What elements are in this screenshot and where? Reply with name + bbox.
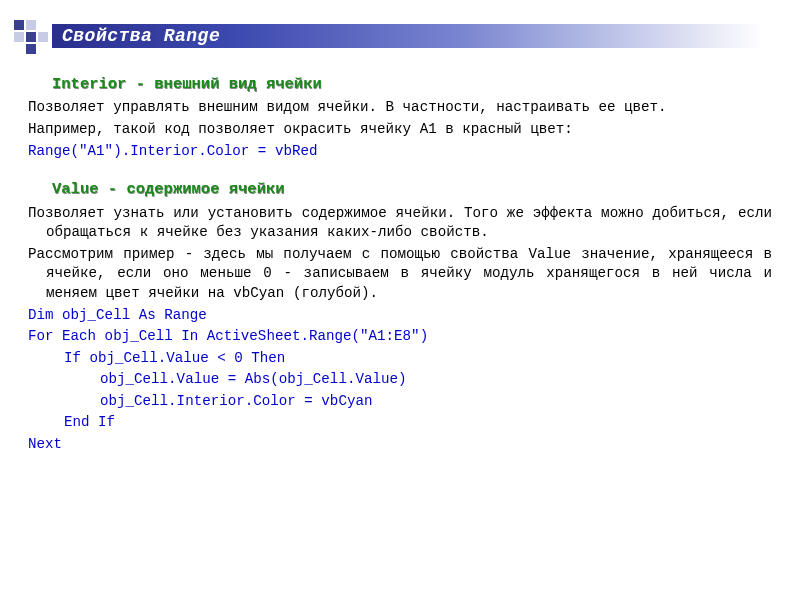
code-line-3: If obj_Cell.Value < 0 Then (28, 349, 772, 369)
section2-p2: Рассмотрим пример - здесь мы получаем с … (28, 245, 772, 304)
code-line-6: End If (28, 413, 772, 433)
code-line-1: Dim obj_Cell As Range (28, 306, 772, 326)
section1-code: Range("A1").Interior.Color = vbRed (28, 142, 772, 162)
section2-title: Value - содержимое ячейки (52, 179, 772, 200)
section1-p1: Позволяет управлять внешним видом ячейки… (28, 98, 772, 118)
code-line-2: For Each obj_Cell In ActiveSheet.Range("… (28, 327, 772, 347)
code-line-7: Next (28, 435, 772, 455)
code-line-5: obj_Cell.Interior.Color = vbCyan (28, 392, 772, 412)
code-line-4: obj_Cell.Value = Abs(obj_Cell.Value) (28, 370, 772, 390)
slide-title: Свойства Range (62, 24, 220, 48)
section1-title: Interior - внешний вид ячейки (52, 74, 772, 95)
slide-header: Свойства Range (0, 14, 800, 56)
slide-content: Interior - внешний вид ячейки Позволяет … (0, 56, 800, 455)
section2-p1: Позволяет узнать или установить содержим… (28, 204, 772, 243)
section1-p2: Например, такой код позволяет окрасить я… (28, 120, 772, 140)
